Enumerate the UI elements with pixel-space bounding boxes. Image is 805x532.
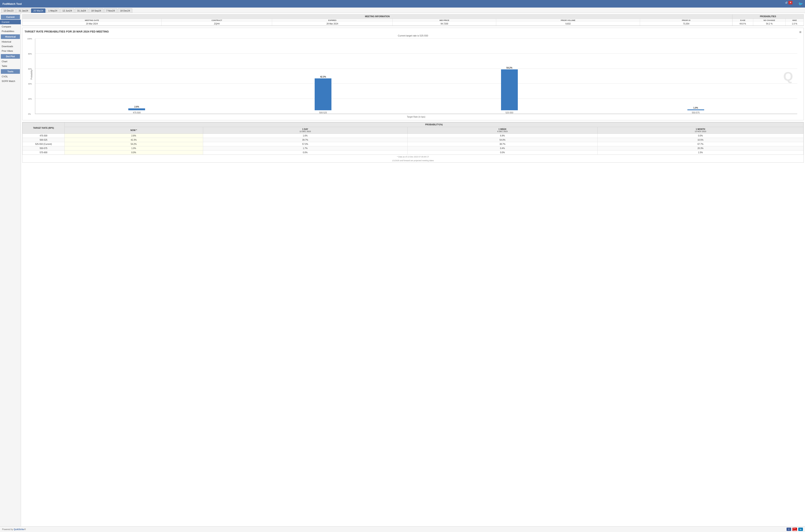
y-label-80: 80% — [28, 53, 32, 55]
month1-value: 67.7% — [597, 142, 803, 146]
sidebar-item-table[interactable]: Table — [0, 64, 21, 68]
month1-value: 0.0% — [597, 134, 803, 138]
sidebar-item-compare[interactable]: Compare — [0, 24, 21, 29]
y-axis-label: Probability — [31, 70, 33, 79]
sidebar-item-current[interactable]: Current — [0, 20, 21, 24]
header: FedWatch Tool ↺ ✕ 🐦 — [0, 0, 805, 7]
week1-value: 38.7% — [407, 142, 598, 146]
sidebar-item-downloads[interactable]: Downloads — [0, 44, 21, 49]
y-label-40: 40% — [28, 83, 32, 85]
bar-label-525-550: 54.2% — [506, 66, 512, 69]
table-row: 525-550 (Current)54.2%57.0%38.7%67.7% — [23, 142, 804, 146]
sidebar-item-sofr-watch[interactable]: SOFR Watch — [0, 79, 21, 83]
main-layout: Current Current Compare Probabilities Hi… — [0, 13, 805, 526]
prior-oi-value: 73,354 — [640, 22, 732, 25]
y-label-0: 0% — [28, 113, 31, 115]
bar-group-550-575: 1.0%550-575 — [602, 107, 789, 114]
sidebar-item-historical[interactable]: Historical — [0, 39, 21, 44]
tab-20mar24[interactable]: 20 Mar24 — [31, 8, 45, 13]
sidebar-section-tools[interactable]: Tools — [1, 69, 20, 74]
footer: Powered by QuikStrike® t YouTube in — [0, 526, 805, 532]
close-icon[interactable]: ✕ — [788, 1, 792, 4]
chart-menu-icon[interactable]: ≡ — [799, 30, 801, 34]
expires-value: 28 Mar 2024 — [272, 22, 392, 25]
data-table-section: TARGET RATE (BPS) PROBABILITY(%) NOW * 1… — [22, 122, 804, 163]
tab-18dec24[interactable]: 18 Dec24 — [118, 8, 132, 13]
month1-value: 20.3% — [597, 146, 803, 151]
bar-group-525-550: 54.2%525-550 — [416, 66, 603, 114]
tab-bar: 13 Dec2331 Jan2420 Mar241 May2412 Jun243… — [0, 7, 805, 13]
week1-value: 6.9% — [407, 134, 598, 138]
rate-label: 500-525 — [23, 138, 64, 142]
linkedin-footer-icon[interactable]: in — [798, 528, 803, 531]
rate-label: 575-600 — [23, 151, 64, 155]
now-value: 42.3% — [64, 138, 203, 142]
sidebar-section-dot-plot[interactable]: Dot Plot — [1, 54, 20, 59]
sidebar-item-chart[interactable]: Chart — [0, 59, 21, 64]
refresh-icon[interactable]: ↺ — [785, 1, 788, 4]
table-row: 475-5002.6%1.6%6.9%0.0% — [23, 134, 804, 138]
bar-label-500-525: 42.3% — [320, 76, 326, 78]
bar-x-label-550-575: 550-575 — [692, 112, 699, 114]
sidebar-section-current[interactable]: Current — [1, 15, 20, 19]
tab-31jul24[interactable]: 31 Jul24 — [75, 8, 88, 13]
day1-value: 39.7% — [203, 138, 407, 142]
tab-18sep24[interactable]: 18 Sep24 — [89, 8, 103, 13]
now-value: 1.0% — [64, 146, 203, 151]
meeting-col-contract: CONTRACT — [161, 19, 272, 22]
now-header: NOW * — [64, 127, 203, 134]
bar-550-575[interactable] — [687, 109, 704, 110]
tab-12jun24[interactable]: 12 Jun24 — [60, 8, 74, 13]
prior-volume-value: 9,832 — [496, 22, 640, 25]
footer-icons: t YouTube in — [787, 528, 803, 531]
meeting-info-section: MEETING INFORMATION MEETING DATECONTRACT… — [22, 14, 804, 26]
now-value: 2.6% — [64, 134, 203, 138]
meeting-info-table: MEETING DATECONTRACTEXPIRESMID PRICEPRIO… — [22, 19, 732, 25]
meeting-info-title: MEETING INFORMATION — [22, 15, 732, 19]
brand-link[interactable]: QuikStrike — [14, 528, 24, 531]
tab-31jan24[interactable]: 31 Jan24 — [16, 8, 31, 13]
probability-header: PROBABILITY(%) — [64, 122, 804, 127]
bar-x-label-475-500: 475-500 — [133, 112, 141, 114]
meeting-info-box: MEETING INFORMATION MEETING DATECONTRACT… — [22, 14, 732, 26]
tab-13dec23[interactable]: 13 Dec23 — [1, 8, 16, 13]
tab-1may24[interactable]: 1 May24 — [46, 8, 60, 13]
week1-value: 0.0% — [407, 151, 598, 155]
bar-525-550[interactable] — [501, 69, 518, 110]
month1-header: 1 MONTH 13 NOV 2023 — [597, 127, 803, 134]
tab-7nov24[interactable]: 7 Nov24 — [104, 8, 117, 13]
sidebar-item-probabilities[interactable]: Probabilities — [0, 29, 21, 34]
meeting-col-expires: EXPIRES — [272, 19, 392, 22]
bar-x-label-525-550: 525-550 — [506, 112, 513, 114]
ease-header: EASE — [732, 19, 753, 22]
bar-500-525[interactable] — [315, 78, 331, 110]
bar-475-500[interactable] — [128, 108, 145, 110]
sidebar-section-historical[interactable]: Historical — [1, 34, 20, 39]
day1-value: 1.6% — [203, 134, 407, 138]
sidebar-item-cvol[interactable]: CVOL — [0, 74, 21, 79]
sidebar: Current Current Compare Probabilities Hi… — [0, 13, 21, 526]
bar-group-475-500: 2.6%475-500 — [44, 106, 230, 114]
table-row: 575-6000.0%0.0%0.0%1.5% — [23, 151, 804, 155]
twitter-icon[interactable]: 🐦 — [798, 2, 803, 6]
month1-value: 1.5% — [597, 151, 803, 155]
twitter-footer-icon[interactable]: t — [787, 528, 791, 531]
week1-header: 1 WEEK 6 DEC 2023 — [407, 127, 598, 134]
contract-value: ZQH4 — [161, 22, 272, 25]
probabilities-box: PROBABILITIES EASE NO CHANGE HIKE 44.8 % — [732, 14, 804, 26]
no-change-header: NO CHANGE — [753, 19, 786, 22]
month1-value: 10.5% — [597, 138, 803, 142]
day1-header: 1 DAY 12 DEC 2023 — [203, 127, 407, 134]
y-label-60: 60% — [28, 68, 32, 70]
target-rate-header: TARGET RATE (BPS) — [23, 122, 64, 134]
probabilities-table: EASE NO CHANGE HIKE 44.8 % 54.2 % 1.0 % — [732, 19, 804, 25]
meeting-col-prior-oi: PRIOR OI — [640, 19, 732, 22]
content-area: MEETING INFORMATION MEETING DATECONTRACT… — [21, 13, 805, 526]
probabilities-title: PROBABILITIES — [732, 15, 804, 19]
table-row: 550-5751.0%1.7%0.4%20.3% — [23, 146, 804, 151]
bar-label-550-575: 1.0% — [693, 107, 698, 109]
rate-label: 525-550 (Current) — [23, 142, 64, 146]
youtube-footer-icon[interactable]: YouTube — [792, 528, 797, 531]
sidebar-item-prior-hikes[interactable]: Prior Hikes — [0, 49, 21, 53]
y-label-20: 20% — [28, 98, 32, 100]
